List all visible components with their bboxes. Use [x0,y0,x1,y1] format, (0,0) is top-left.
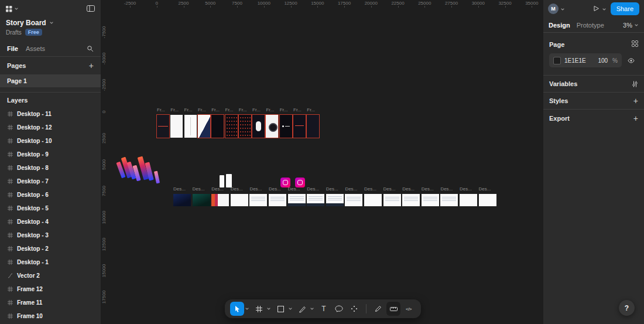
canvas-frame[interactable]: Des... [402,186,420,206]
frame-label[interactable]: Des... [479,186,496,192]
tab-design[interactable]: Design [549,22,570,29]
frame-tool-chevron[interactable] [265,302,272,316]
layer-item[interactable]: Vector 2 [0,269,101,282]
frame-thumbnail[interactable] [211,194,229,206]
canvas-frame[interactable]: Des... [460,186,477,206]
zoom-menu[interactable]: 3% [623,22,639,29]
layer-item[interactable]: Frame 11 [0,296,101,309]
frame-label[interactable]: Des... [345,186,362,192]
frame-thumbnail[interactable] [402,194,420,206]
document-location[interactable]: Drafts [6,29,22,36]
pen-tool[interactable] [295,302,309,316]
add-styles-button[interactable]: + [633,96,638,105]
frame-thumbnail[interactable] [440,194,458,206]
canvas-frame[interactable]: Des... [383,186,401,206]
frame-thumbnail[interactable] [326,194,344,206]
frame-label[interactable]: Des... [269,186,286,192]
canvas-frame[interactable]: Fr... [225,107,238,138]
layer-item[interactable]: Desktop - 6 [0,188,101,202]
move-tool[interactable] [230,302,244,316]
present-button[interactable] [593,4,600,14]
canvas-frame[interactable]: Des... [211,186,229,206]
frame-thumbnail[interactable] [170,115,183,138]
frame-label[interactable]: Fr... [198,107,210,113]
ruler-left[interactable]: -7500-5000-25000250050007500100001250015… [101,8,110,324]
canvas-frame[interactable]: Des... [364,186,382,206]
canvas-frame[interactable] [226,174,232,187]
tab-file[interactable]: File [7,45,18,52]
tab-prototype[interactable]: Prototype [577,22,604,29]
frame-thumbnail[interactable] [157,115,169,138]
color-hex-value[interactable]: 1E1E1E [564,57,594,64]
frame-thumbnail[interactable] [345,194,362,206]
vector-shape[interactable] [154,171,160,184]
layer-item[interactable]: Desktop - 2 [0,242,101,255]
frame-thumbnail[interactable] [198,115,210,138]
frame-thumbnail[interactable] [269,194,286,206]
canvas-frame[interactable]: Fr... [307,107,319,138]
frame-thumbnail[interactable] [422,194,439,206]
frame-thumbnail[interactable] [239,115,251,138]
frame-thumbnail[interactable] [184,115,197,138]
tab-assets[interactable]: Assets [26,45,45,52]
pen-tool-chevron[interactable] [309,302,315,316]
present-chevron[interactable] [602,4,607,14]
document-title-row[interactable]: Story Board [0,18,101,27]
layer-item[interactable]: Desktop - 3 [0,228,101,242]
canvas-frame[interactable]: Fr... [170,107,183,138]
layer-item[interactable]: Desktop - 5 [0,202,101,215]
canvas-frame[interactable]: Fr... [293,107,306,138]
section-styles[interactable]: Styles+ [543,93,644,110]
canvas-frame[interactable]: Des... [479,186,496,206]
frame-label[interactable]: Fr... [266,107,278,113]
layer-item[interactable]: Desktop - 7 [0,175,101,188]
frame-label[interactable]: Fr... [252,107,265,113]
canvas-frame[interactable]: Fr... [198,107,210,138]
page-color-input[interactable]: 1E1E1E 100 % [549,53,622,67]
adjust-sliders-icon[interactable] [632,81,638,87]
frame-label[interactable]: Des... [422,186,439,192]
layer-item[interactable]: Desktop - 1 [0,255,101,269]
frame-label[interactable]: Des... [326,186,344,192]
account-chevron[interactable] [560,4,565,14]
canvas-frame[interactable]: Des... [288,186,306,206]
toggle-visibility-button[interactable] [628,55,635,66]
frame-label[interactable]: Des... [460,186,477,192]
frame-thumbnail[interactable] [231,194,248,206]
frame-thumbnail[interactable] [307,194,324,206]
frame-label[interactable]: Fr... [280,107,292,113]
canvas[interactable]: -250002500500075001000012500150001750020… [101,0,543,324]
measure-tool[interactable] [386,302,400,316]
color-swatch[interactable] [553,57,561,64]
page-item-selected[interactable]: Page 1 [0,74,101,87]
frame-thumbnail[interactable] [364,194,382,206]
frame-label[interactable]: Des... [307,186,324,192]
canvas-frame[interactable]: Des... [422,186,439,206]
canvas-frame[interactable]: Des... [326,186,344,206]
text-tool[interactable]: T [317,302,331,316]
layer-item[interactable]: Desktop - 9 [0,148,101,161]
canvas-frame[interactable]: Des... [173,186,191,206]
canvas-frame[interactable]: Des... [307,186,324,206]
frame-thumbnail[interactable] [173,194,191,206]
frame-thumbnail[interactable] [252,115,265,138]
frame-label[interactable]: Fr... [211,107,224,113]
frame-label[interactable]: Fr... [307,107,319,113]
frame-thumbnail[interactable] [225,115,238,138]
canvas-frame[interactable]: Des... [345,186,362,206]
canvas-frame[interactable]: Fr... [157,107,169,138]
frame-label[interactable]: Des... [364,186,382,192]
layer-item[interactable]: Desktop - 11 [0,107,101,121]
frame-label[interactable]: Des... [211,186,229,192]
frame-label[interactable]: Des... [402,186,420,192]
opacity-value[interactable]: 100 [598,57,608,64]
dev-mode-toggle[interactable]: </> [402,302,416,316]
frame-thumbnail[interactable] [249,194,267,206]
shape-tool[interactable] [273,302,287,316]
canvas-frame[interactable]: Des... [231,186,248,206]
frame-thumbnail[interactable] [280,115,292,138]
add-page-button[interactable]: + [89,62,94,70]
comment-tool[interactable] [332,302,346,316]
frame-label[interactable]: Des... [288,186,306,192]
layer-item[interactable]: Frame 10 [0,309,101,323]
